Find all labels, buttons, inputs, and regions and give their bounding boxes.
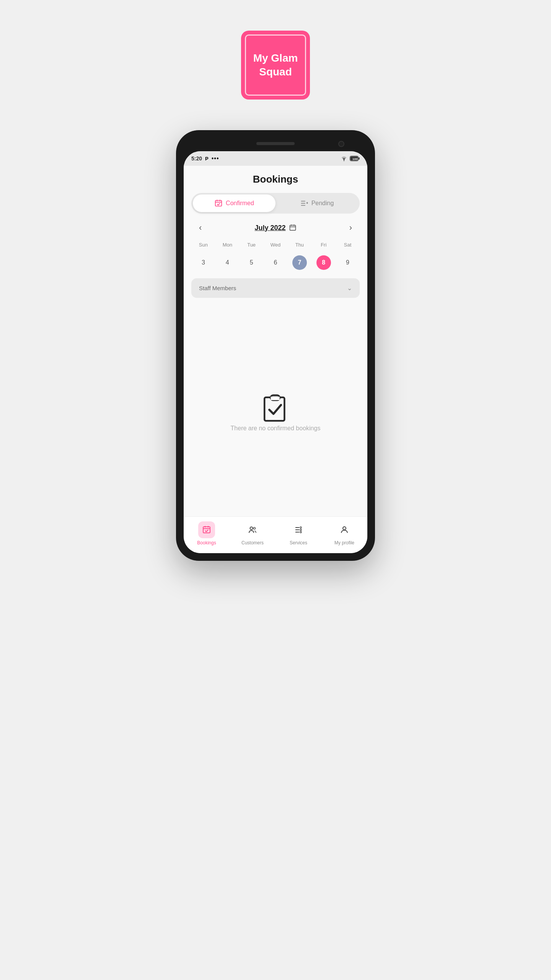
nav-bookings-label: Bookings xyxy=(197,540,216,546)
pending-tab-icon xyxy=(300,199,308,207)
tab-confirmed-label: Confirmed xyxy=(226,200,254,207)
nav-customers[interactable]: Customers xyxy=(230,521,276,546)
nav-profile-icon-wrapper xyxy=(336,521,353,538)
svg-point-28 xyxy=(300,527,302,528)
day-thu: Thu xyxy=(287,240,311,249)
nav-profile-label: My profile xyxy=(334,540,354,546)
svg-rect-5 xyxy=(215,201,222,206)
empty-state: There are no confirmed bookings xyxy=(191,305,360,516)
nav-my-profile[interactable]: My profile xyxy=(321,521,367,546)
date-9[interactable]: 9 xyxy=(336,253,360,272)
status-time: 5:20 xyxy=(191,155,202,162)
tab-confirmed[interactable]: Confirmed xyxy=(193,194,276,212)
svg-point-26 xyxy=(254,528,256,529)
date-8[interactable]: 8 xyxy=(311,253,336,272)
day-tue: Tue xyxy=(240,240,264,249)
status-dots: ••• xyxy=(212,155,219,162)
svg-rect-3 xyxy=(359,157,360,160)
tab-pending-label: Pending xyxy=(311,200,334,207)
staff-members-dropdown[interactable]: Staff Members ⌄ xyxy=(191,278,360,298)
svg-text:100: 100 xyxy=(352,157,358,161)
bookings-nav-icon xyxy=(202,525,211,534)
empty-state-message: There are no confirmed bookings xyxy=(231,425,321,432)
nav-services-icon-wrapper xyxy=(290,521,307,538)
staff-dropdown-label: Staff Members xyxy=(199,285,236,291)
day-fri: Fri xyxy=(311,240,336,249)
wifi-icon xyxy=(341,156,347,161)
date-5[interactable]: 5 xyxy=(240,253,264,272)
chevron-down-icon: ⌄ xyxy=(347,284,352,292)
date-4[interactable]: 4 xyxy=(215,253,240,272)
calendar-next-btn[interactable]: › xyxy=(346,221,356,234)
nav-customers-label: Customers xyxy=(241,540,264,546)
svg-point-33 xyxy=(343,527,346,530)
page-title: Bookings xyxy=(191,173,360,185)
empty-clipboard-icon xyxy=(258,390,293,425)
confirmed-tab-icon xyxy=(214,199,223,207)
tab-pending[interactable]: Pending xyxy=(276,194,358,212)
phone-frame: 5:20 P ••• 100 xyxy=(176,130,375,561)
svg-point-32 xyxy=(300,531,302,533)
day-wed: Wed xyxy=(264,240,288,249)
svg-rect-20 xyxy=(271,397,279,400)
customers-nav-icon xyxy=(248,525,257,534)
svg-rect-21 xyxy=(203,527,210,533)
svg-rect-14 xyxy=(290,225,295,230)
bottom-nav: Bookings Customers xyxy=(184,516,367,553)
day-mon: Mon xyxy=(215,240,240,249)
services-nav-icon xyxy=(294,525,303,534)
calendar-icon xyxy=(289,224,297,232)
calendar-month-title: July 2022 xyxy=(254,224,296,232)
tabs-container: Confirmed Pending xyxy=(191,193,360,214)
calendar-header: ‹ July 2022 › xyxy=(191,221,360,234)
date-7[interactable]: 7 xyxy=(287,253,311,272)
svg-point-25 xyxy=(250,527,253,530)
nav-bookings[interactable]: Bookings xyxy=(184,521,230,546)
svg-point-0 xyxy=(344,160,344,161)
calendar-prev-btn[interactable]: ‹ xyxy=(195,221,205,234)
day-sun: Sun xyxy=(191,240,215,249)
calendar-dates: 3 4 5 6 7 8 9 xyxy=(191,253,360,272)
calendar-days-header: Sun Mon Tue Wed Thu Fri Sat xyxy=(191,240,360,249)
app-logo-text: My GlamSquad xyxy=(253,51,298,79)
day-sat: Sat xyxy=(336,240,360,249)
status-icons: 100 xyxy=(341,156,360,161)
date-6[interactable]: 6 xyxy=(264,253,288,272)
status-bar: 5:20 P ••• 100 xyxy=(184,151,367,166)
app-content: Bookings Confirmed xyxy=(184,166,367,516)
phone-screen: 5:20 P ••• 100 xyxy=(184,151,367,553)
nav-bookings-icon-wrapper xyxy=(198,521,215,538)
svg-point-30 xyxy=(300,529,302,531)
status-p: P xyxy=(205,156,209,162)
phone-camera xyxy=(338,141,344,147)
nav-services[interactable]: Services xyxy=(276,521,321,546)
nav-services-label: Services xyxy=(290,540,307,546)
app-logo: My GlamSquad xyxy=(241,31,310,100)
nav-customers-icon-wrapper xyxy=(244,521,261,538)
phone-pill xyxy=(256,142,295,145)
battery-icon: 100 xyxy=(350,156,360,161)
profile-nav-icon xyxy=(340,525,349,534)
date-3[interactable]: 3 xyxy=(191,253,215,272)
